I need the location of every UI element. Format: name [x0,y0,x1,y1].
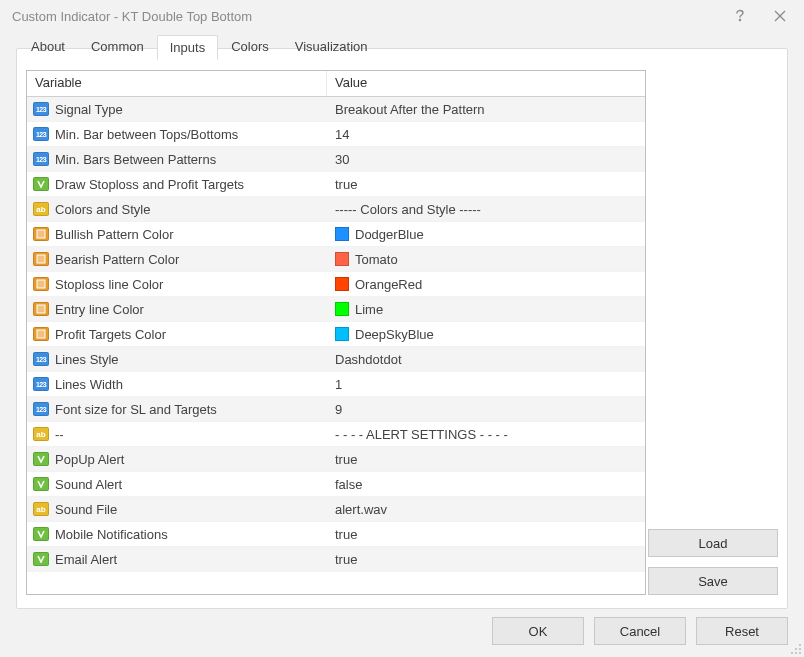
bottom-buttons: OK Cancel Reset [492,617,788,645]
color-swatch [335,302,349,316]
color-swatch [335,327,349,341]
color-type-icon [33,252,49,266]
num-type-icon [33,152,49,166]
variable-name: Entry line Color [55,302,144,317]
variable-name: Profit Targets Color [55,327,166,342]
table-row[interactable]: Draw Stoploss and Profit Targetstrue [27,172,645,197]
svg-point-11 [791,652,793,654]
variable-value: 1 [335,377,342,392]
variable-name: Colors and Style [55,202,150,217]
table-row[interactable]: Font size for SL and Targets9 [27,397,645,422]
color-type-icon [33,302,49,316]
num-type-icon [33,352,49,366]
close-button[interactable] [760,0,800,32]
table-row[interactable]: Min. Bars Between Patterns30 [27,147,645,172]
color-swatch [335,252,349,266]
table-row[interactable]: Stoploss line ColorOrangeRed [27,272,645,297]
dialog-window: Custom Indicator - KT Double Top Bottom … [0,0,804,657]
title-bar: Custom Indicator - KT Double Top Bottom [0,0,804,32]
help-button[interactable] [720,0,760,32]
tab-inputs[interactable]: Inputs [157,35,218,60]
table-row[interactable]: Bearish Pattern ColorTomato [27,247,645,272]
table-header: Variable Value [27,71,645,97]
variable-name: Sound Alert [55,477,122,492]
tab-common[interactable]: Common [78,34,157,59]
variable-value: 9 [335,402,342,417]
variable-name: PopUp Alert [55,452,124,467]
bool-type-icon [33,177,49,191]
svg-point-13 [799,652,801,654]
cancel-button[interactable]: Cancel [594,617,686,645]
variable-value: Dashdotdot [335,352,402,367]
color-swatch [335,227,349,241]
resize-grip-icon[interactable] [790,643,802,655]
table-row[interactable]: Bullish Pattern ColorDodgerBlue [27,222,645,247]
table-row[interactable]: Entry line ColorLime [27,297,645,322]
variable-value: OrangeRed [355,277,422,292]
table-row[interactable]: --- - - - ALERT SETTINGS - - - - [27,422,645,447]
table-row[interactable]: Sound Alertfalse [27,472,645,497]
table-row[interactable]: Email Alerttrue [27,547,645,572]
variable-value: true [335,177,357,192]
ok-button[interactable]: OK [492,617,584,645]
variable-name: Min. Bars Between Patterns [55,152,216,167]
tab-about[interactable]: About [18,34,78,59]
variable-name: Sound File [55,502,117,517]
color-type-icon [33,277,49,291]
variable-value: Tomato [355,252,398,267]
color-type-icon [33,227,49,241]
svg-rect-5 [37,280,45,288]
bool-type-icon [33,527,49,541]
table-row[interactable]: Colors and Style----- Colors and Style -… [27,197,645,222]
variable-value: true [335,552,357,567]
reset-button[interactable]: Reset [696,617,788,645]
variable-value: DodgerBlue [355,227,424,242]
svg-point-12 [795,652,797,654]
table-row[interactable]: Min. Bar between Tops/Bottoms14 [27,122,645,147]
variable-value: 14 [335,127,349,142]
variable-value: false [335,477,362,492]
str-type-icon [33,502,49,516]
table-row[interactable]: Lines Width1 [27,372,645,397]
bool-type-icon [33,477,49,491]
variable-name: Lines Style [55,352,119,367]
variable-value: true [335,527,357,542]
svg-rect-3 [37,230,45,238]
table-row[interactable]: PopUp Alerttrue [27,447,645,472]
header-value: Value [327,71,645,96]
str-type-icon [33,427,49,441]
inputs-table: Variable Value Signal TypeBreakout After… [26,70,646,595]
variable-value: Breakout After the Pattern [335,102,485,117]
variable-value: alert.wav [335,502,387,517]
table-row[interactable]: Sound Filealert.wav [27,497,645,522]
window-title: Custom Indicator - KT Double Top Bottom [12,9,720,24]
variable-name: Bearish Pattern Color [55,252,179,267]
tab-colors[interactable]: Colors [218,34,282,59]
table-row[interactable]: Mobile Notificationstrue [27,522,645,547]
num-type-icon [33,127,49,141]
svg-rect-7 [37,330,45,338]
num-type-icon [33,402,49,416]
svg-rect-4 [37,255,45,263]
svg-point-8 [799,644,801,646]
variable-name: Draw Stoploss and Profit Targets [55,177,244,192]
table-row[interactable]: Signal TypeBreakout After the Pattern [27,97,645,122]
num-type-icon [33,377,49,391]
variable-name: Bullish Pattern Color [55,227,174,242]
variable-name: Mobile Notifications [55,527,168,542]
bool-type-icon [33,452,49,466]
variable-value: DeepSkyBlue [355,327,434,342]
tabs: AboutCommonInputsColorsVisualization [18,34,381,59]
table-row[interactable]: Profit Targets ColorDeepSkyBlue [27,322,645,347]
variable-name: -- [55,427,64,442]
color-swatch [335,277,349,291]
table-row[interactable]: Lines StyleDashdotdot [27,347,645,372]
load-button[interactable]: Load [648,529,778,557]
svg-point-0 [739,19,741,21]
variable-name: Font size for SL and Targets [55,402,217,417]
save-button[interactable]: Save [648,567,778,595]
tab-visualization[interactable]: Visualization [282,34,381,59]
side-buttons: Load Save [648,529,778,595]
variable-name: Stoploss line Color [55,277,163,292]
svg-point-9 [795,648,797,650]
